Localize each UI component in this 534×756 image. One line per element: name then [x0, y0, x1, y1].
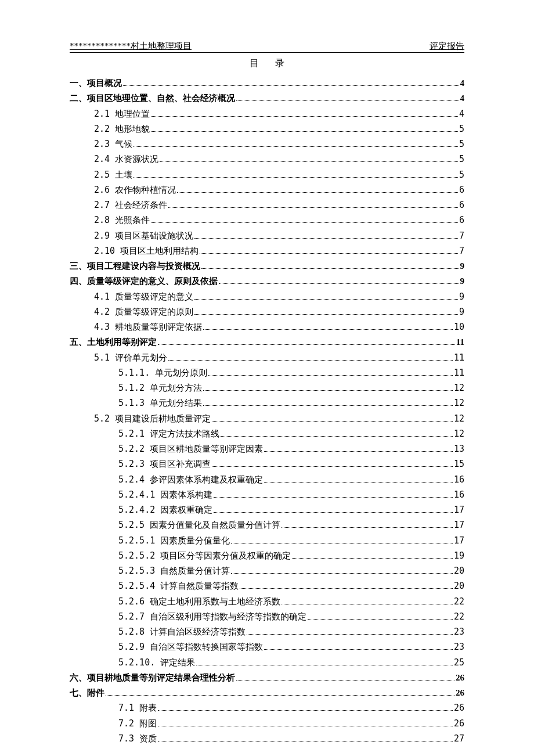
toc-entry-page: 17: [454, 533, 464, 548]
toc-leader-dots: [151, 215, 458, 224]
toc-entry-label: 2.1 地理位置: [94, 106, 150, 121]
toc-entry: 六、项目耕地质量等别评定结果合理性分析26: [70, 670, 464, 685]
toc-leader-dots: [212, 459, 453, 467]
toc-entry-page: 17: [454, 502, 464, 517]
toc-leader-dots: [177, 185, 458, 193]
toc-entry-page: 4: [460, 75, 465, 91]
toc-entry-page: 20: [454, 563, 464, 578]
toc-entry-page: 13: [454, 441, 464, 456]
toc-entry-label: 5.2.5.2 项目区分等因素分值及权重的确定: [118, 548, 291, 563]
toc-entry: 5.1 评价单元划分11: [70, 350, 464, 365]
toc-leader-dots: [221, 429, 453, 437]
toc-entry-page: 4: [460, 91, 465, 106]
toc-entry-label: 5.2.5.1 因素质量分值量化: [118, 533, 230, 548]
toc-entry: 5.2.5.3 自然质量分值计算20: [70, 563, 464, 578]
document-header: **************村土地整理项目 评定报告: [70, 41, 464, 53]
toc-entry-label: 5.2.6 确定土地利用系数与土地经济系数: [118, 594, 280, 609]
toc-entry: 2.4 水资源状况5: [70, 152, 464, 167]
toc-entry-page: 19: [454, 548, 464, 563]
toc-entry: 5.2.6 确定土地利用系数与土地经济系数22: [70, 594, 464, 609]
toc-entry: 5.2.5.1 因素质量分值量化17: [70, 533, 464, 548]
toc-entry-page: 5: [459, 136, 464, 152]
toc-entry-label: 5.2.4.2 因素权重确定: [118, 502, 212, 517]
toc-leader-dots: [208, 368, 453, 376]
toc-leader-dots: [292, 550, 453, 559]
toc-entry-label: 2.6 农作物种植情况: [94, 182, 176, 197]
toc-entry-label: 5.2.10. 评定结果: [118, 655, 195, 670]
toc-entry-label: 2.5 土壤: [94, 167, 132, 182]
toc-entry-label: 四、质量等级评定的意义、原则及依据: [70, 273, 218, 289]
document-title: 目录: [70, 57, 464, 70]
toc-leader-dots: [231, 566, 453, 574]
toc-entry-page: 11: [454, 365, 464, 380]
toc-entry-page: 5: [459, 121, 464, 136]
toc-entry-label: 7.2 附图: [118, 716, 157, 731]
toc-entry: 2.1 地理位置4: [70, 106, 464, 121]
toc-entry-page: 27: [454, 731, 464, 746]
toc-leader-dots: [203, 322, 453, 330]
toc-leader-dots: [231, 535, 453, 543]
toc-leader-dots: [203, 398, 453, 406]
toc-entry: 4.3 耕地质量等别评定依据10: [70, 319, 464, 334]
toc-leader-dots: [151, 124, 458, 132]
toc-entry: 5.2.3 项目区补充调查15: [70, 456, 464, 471]
toc-entry-label: 2.9 项目区基础设施状况: [94, 228, 193, 243]
toc-entry-label: 2.4 水资源状况: [94, 152, 158, 167]
toc-entry-label: 5.2.9 自治区等指数转换国家等指数: [118, 639, 263, 654]
toc-entry-label: 5.2 项目建设后耕地质量评定: [94, 411, 211, 426]
toc-leader-dots: [200, 246, 458, 254]
toc-entry-page: 7: [459, 228, 464, 243]
toc-leader-dots: [236, 672, 454, 681]
toc-entry-label: 5.2.3 项目区补充调查: [118, 456, 211, 471]
toc-entry: 四、质量等级评定的意义、原则及依据9: [70, 273, 464, 289]
toc-entry-page: 26: [454, 716, 464, 731]
toc-entry: 5.2.9 自治区等指数转换国家等指数23: [70, 639, 464, 654]
toc-entry-label: 2.10 项目区土地利用结构: [94, 243, 199, 258]
toc-entry-page: 11: [456, 334, 464, 350]
toc-entry-page: 23: [454, 624, 464, 639]
toc-entry-label: 2.2 地形地貌: [94, 121, 150, 136]
toc-entry: 5.2.4.2 因素权重确定17: [70, 502, 464, 517]
toc-entry-page: 22: [454, 594, 464, 609]
toc-leader-dots: [160, 154, 458, 163]
toc-entry-page: 5: [459, 167, 464, 182]
toc-entry: 5.2.5 因素分值量化及自然质量分值计算17: [70, 517, 464, 532]
toc-entry: 2.10 项目区土地利用结构7: [70, 243, 464, 258]
toc-entry-label: 4.2 质量等级评定的原则: [94, 304, 193, 319]
toc-entry-page: 17: [454, 517, 464, 532]
toc-leader-dots: [214, 489, 453, 498]
toc-entry-page: 12: [454, 395, 464, 411]
toc-leader-dots: [264, 444, 453, 452]
toc-leader-dots: [168, 352, 453, 361]
toc-entry-label: 5.2.5 因素分值量化及自然质量分值计算: [118, 517, 280, 532]
toc-entry: 二、项目区地理位置、自然、社会经济概况4: [70, 91, 464, 106]
toc-entry: 5.2.5.4 计算自然质量等指数20: [70, 578, 464, 593]
toc-entry-page: 9: [460, 258, 465, 273]
toc-entry: 5.2.7 自治区级利用等指数与经济等指数的确定22: [70, 609, 464, 624]
toc-leader-dots: [201, 261, 459, 269]
toc-entry-page: 26: [454, 700, 464, 715]
toc-entry-label: 4.3 耕地质量等别评定依据: [94, 319, 202, 334]
toc-entry-label: 二、项目区地理位置、自然、社会经济概况: [70, 91, 235, 106]
toc-entry-page: 23: [454, 639, 464, 654]
toc-entry-label: 5.2.8 计算自治区级经济等指数: [118, 624, 246, 639]
toc-entry: 2.7 社会经济条件6: [70, 197, 464, 213]
toc-entry: 七、附件26: [70, 685, 464, 700]
toc-entry-label: 五、土地利用等别评定: [70, 334, 157, 350]
toc-entry: 2.9 项目区基础设施状况7: [70, 228, 464, 243]
toc-entry-page: 9: [460, 273, 465, 289]
toc-entry: 一、项目概况4: [70, 75, 464, 91]
toc-leader-dots: [158, 337, 455, 345]
toc-entry-label: 5.1.3 单元划分结果: [118, 395, 202, 411]
toc-entry-page: 16: [454, 472, 464, 487]
toc-entry: 4.1 质量等级评定的意义9: [70, 289, 464, 304]
toc-entry-label: 5.2.4 参评因素体系构建及权重确定: [118, 472, 263, 487]
toc-entry-page: 15: [454, 456, 464, 471]
toc-leader-dots: [308, 611, 453, 620]
toc-entry-page: 16: [454, 487, 464, 502]
toc-entry-page: 26: [456, 670, 464, 685]
toc-entry-label: 5.1 评价单元划分: [94, 350, 167, 365]
toc-entry-label: 三、项目工程建设内容与投资概况: [70, 258, 200, 273]
toc-entry-label: 4.1 质量等级评定的意义: [94, 289, 193, 304]
toc-leader-dots: [106, 688, 454, 696]
